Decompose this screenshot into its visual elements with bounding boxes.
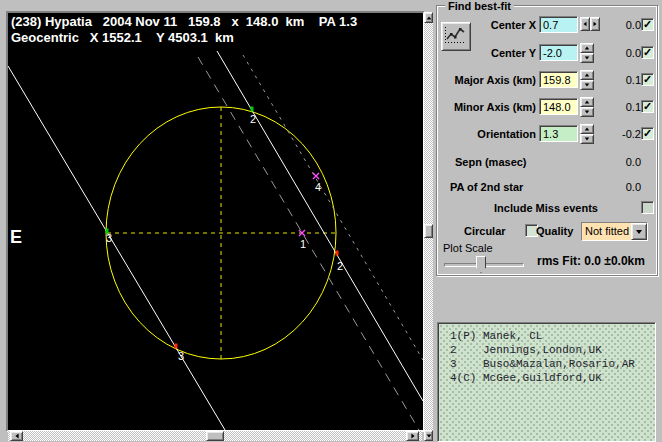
- observer-row[interactable]: 1(P) Manek, CL: [450, 329, 655, 343]
- fit-row-major-axis-km-: Major Axis (km)159.80.1: [437, 71, 657, 89]
- fit-parameter-checkbox[interactable]: [641, 127, 654, 140]
- plot-title-line2: Geocentric X 1552.1 Y 4503.1 km: [11, 30, 234, 45]
- plot-title: (238) Hypatia 2004 Nov 11 159.8 x 148.0 …: [11, 14, 357, 46]
- spin-up-button[interactable]: [580, 124, 594, 134]
- static-row-value: 0.0: [617, 156, 641, 168]
- quality-dropdown[interactable]: Not fitted: [581, 222, 648, 241]
- dropdown-arrow-button[interactable]: [631, 223, 647, 240]
- fit-step-value: 0.1: [617, 74, 641, 86]
- fit-parameter-checkbox[interactable]: [641, 46, 654, 59]
- vertical-spinner[interactable]: [580, 124, 594, 144]
- row-label: Center X: [437, 19, 536, 31]
- fit-step-value: 0.1: [617, 101, 641, 113]
- plot-scale-slider-thumb[interactable]: [476, 256, 486, 273]
- predicted-event-marker: [313, 173, 319, 179]
- spin-up-button[interactable]: [580, 70, 594, 80]
- chevron-down-icon: [636, 230, 642, 234]
- row-label: Major Axis (km): [437, 74, 536, 86]
- down-arrow-icon: [426, 434, 431, 437]
- find-best-fit-group: Find best-fit Center X0.70.0Center Y-: [436, 5, 658, 276]
- occult-fit-window: { "plot": { "title_line1": "(238) Hypati…: [0, 0, 662, 442]
- fit-parameter-checkbox[interactable]: [641, 100, 654, 113]
- static-row-label: Sepn (masec): [455, 156, 527, 168]
- rms-fit-readout: rms Fit: 0.0 ±0.0km: [537, 254, 645, 268]
- include-miss-checkbox[interactable]: [641, 201, 654, 214]
- fit-control-panel: Find best-fit Center X0.70.0Center Y-: [433, 0, 662, 442]
- quality-label: Quality: [536, 225, 573, 237]
- chord-line-4: [243, 55, 423, 360]
- east-direction-label: E: [10, 227, 22, 248]
- vertical-spinner[interactable]: [580, 97, 594, 117]
- down-arrow-icon: [585, 84, 590, 87]
- spin-down-button[interactable]: [580, 80, 594, 90]
- event-marker: [336, 251, 339, 256]
- minor-axis-km--field[interactable]: 148.0: [539, 98, 578, 115]
- group-title: Find best-fit: [445, 0, 514, 12]
- fit-parameter-checkbox[interactable]: [641, 18, 654, 31]
- row-label: Center Y: [437, 47, 536, 59]
- up-arrow-icon: [585, 74, 590, 77]
- row-label: Orientation: [437, 128, 536, 140]
- orientation-field[interactable]: 1.3: [539, 125, 578, 142]
- chord-number-label: 4: [315, 181, 321, 193]
- observer-listbox[interactable]: 1(P) Manek, CL2 Jennings,London,UK3 Buso…: [437, 322, 656, 442]
- fit-row-center-x: Center X0.70.0: [437, 16, 657, 34]
- vertical-spinner[interactable]: [580, 43, 594, 63]
- scroll-right-button[interactable]: [406, 431, 419, 441]
- chord-line-3: [8, 66, 225, 430]
- observer-row[interactable]: 3 Buso&Mazalan,Rosario,AR: [450, 357, 655, 371]
- down-arrow-icon: [585, 111, 590, 114]
- scroll-left-button[interactable]: [10, 431, 23, 441]
- spin-left-button[interactable]: [580, 17, 590, 31]
- observer-row[interactable]: 2 Jennings,London,UK: [450, 343, 655, 357]
- center-y-field[interactable]: -2.0: [539, 44, 578, 61]
- horizontal-spinner[interactable]: [580, 17, 600, 31]
- scroll-up-button[interactable]: [424, 12, 433, 23]
- chord-number-label: 3: [106, 232, 112, 244]
- spin-up-button[interactable]: [580, 97, 594, 107]
- chord-line-2: [217, 51, 423, 401]
- fit-row-orientation: Orientation1.3-0.2: [437, 125, 657, 143]
- horizontal-scroll-thumb[interactable]: [206, 431, 224, 441]
- chord-line-1: [198, 57, 419, 430]
- fit-row-minor-axis-km-: Minor Axis (km)148.00.1: [437, 98, 657, 116]
- up-arrow-icon: [585, 47, 590, 50]
- spin-right-button[interactable]: [590, 17, 600, 31]
- event-marker: [251, 107, 254, 112]
- spin-up-button[interactable]: [580, 43, 594, 53]
- up-arrow-icon: [426, 16, 431, 19]
- right-arrow-icon: [594, 22, 597, 27]
- static-row-value: 0.0: [617, 181, 641, 193]
- spin-down-button[interactable]: [580, 53, 594, 63]
- circular-label: Circular: [464, 225, 506, 237]
- fit-step-value: -0.2: [617, 128, 641, 140]
- quality-value: Not fitted: [582, 223, 631, 240]
- spin-down-button[interactable]: [580, 107, 594, 117]
- fit-step-value: 0.0: [617, 19, 641, 31]
- vertical-scroll-thumb[interactable]: [424, 224, 433, 238]
- chord-number-label: 3: [178, 350, 184, 362]
- plot-scale-label: Plot Scale: [443, 242, 493, 254]
- fit-parameter-checkbox[interactable]: [641, 73, 654, 86]
- fit-row-center-y: Center Y-2.00.0: [437, 44, 657, 62]
- row-label: Minor Axis (km): [437, 101, 536, 113]
- plot-horizontal-scrollbar[interactable]: [8, 431, 422, 441]
- right-arrow-icon: [411, 434, 414, 439]
- include-miss-label: Include Miss events: [494, 202, 598, 214]
- spin-down-button[interactable]: [580, 134, 594, 144]
- scroll-down-button[interactable]: [424, 430, 433, 441]
- plot-vertical-scrollbar[interactable]: [424, 12, 433, 441]
- occultation-plot[interactable]: 332214 (238) Hypatia 2004 Nov 11 159.8 x…: [6, 11, 425, 432]
- chord-number-label: 1: [300, 238, 306, 250]
- left-arrow-icon: [584, 22, 587, 27]
- plot-title-line1: (238) Hypatia 2004 Nov 11 159.8 x 148.0 …: [11, 14, 357, 29]
- chord-number-label: 2: [250, 113, 256, 125]
- up-arrow-icon: [585, 101, 590, 104]
- major-axis-km--field[interactable]: 159.8: [539, 71, 578, 88]
- center-x-field[interactable]: 0.7: [539, 16, 578, 33]
- up-arrow-icon: [585, 128, 590, 131]
- static-row-label: PA of 2nd star: [450, 181, 523, 193]
- observer-row[interactable]: 4(C) McGee,Guildford,UK: [450, 371, 655, 385]
- event-marker: [175, 344, 178, 349]
- vertical-spinner[interactable]: [580, 70, 594, 90]
